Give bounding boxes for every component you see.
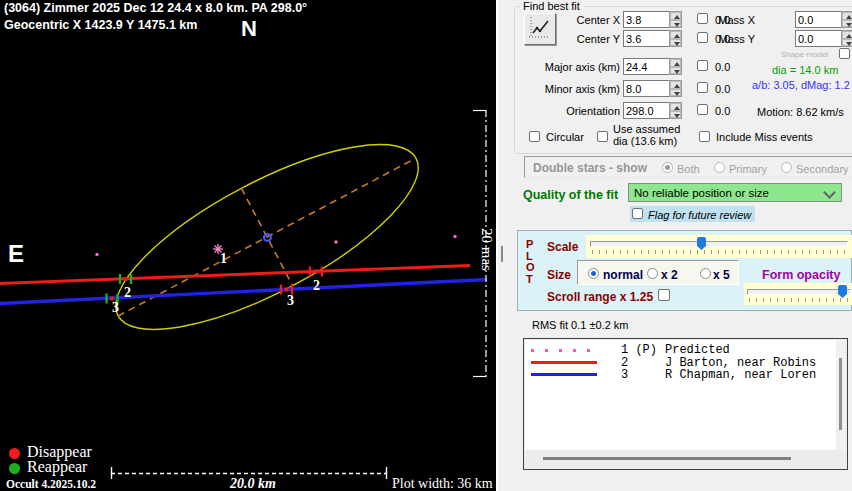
dia-text: dia = 14.0 km	[772, 64, 838, 76]
size-normal-radio[interactable]	[588, 268, 599, 279]
major-axis-sigma-checkbox[interactable]	[697, 60, 708, 71]
chord3-right-label: 3	[287, 293, 294, 308]
center-y-spinner[interactable]	[669, 30, 682, 47]
shape-model-checkbox[interactable]	[839, 48, 850, 59]
minor-axis-spinner[interactable]	[669, 80, 682, 97]
field-star-dot	[95, 253, 98, 256]
chord-list-hscrollbar[interactable]	[525, 450, 847, 468]
plot-title-line2: Geocentric X 1423.9 Y 1475.1 km	[4, 18, 197, 32]
chord1-name: Predicted	[665, 343, 730, 357]
chord3-name: R Chapman, near Loren	[665, 368, 816, 382]
chord1-num: 1 (P)	[621, 343, 657, 357]
double-stars-primary-label: Primary	[729, 163, 767, 175]
mass-y-input[interactable]	[795, 30, 842, 47]
center-x-input[interactable]	[623, 11, 670, 28]
double-stars-both-radio[interactable]	[662, 162, 673, 173]
orientation-input[interactable]	[623, 102, 670, 119]
plot-canvas: 1 2 2 3 3 20 mas N E	[0, 0, 496, 491]
double-stars-primary-radio[interactable]	[714, 162, 725, 173]
use-assumed-label: Use assumed dia (13.6 km)	[613, 124, 680, 147]
include-miss-label: Include Miss events	[716, 131, 813, 143]
center-x-spinner[interactable]	[669, 11, 682, 28]
scale-bar-label: 20.0 km	[230, 476, 276, 491]
minor-axis-input[interactable]	[623, 80, 670, 97]
minor-axis-sigma-checkbox[interactable]	[697, 82, 708, 93]
mass-x-spinner[interactable]	[841, 11, 852, 28]
chord-listbox[interactable]: 1 (P) Predicted 2 J Barton, near Robins …	[523, 338, 848, 470]
version-label: Occult 4.2025.10.2	[6, 478, 96, 490]
flag-review-label: Flag for future review	[648, 209, 751, 221]
scale-slider-track[interactable]	[586, 235, 852, 258]
major-axis-line	[118, 158, 416, 316]
minor-axis-sigma-value: 0.0	[715, 83, 730, 95]
double-stars-secondary-radio[interactable]	[781, 162, 792, 173]
fit-plot-button[interactable]	[524, 13, 556, 45]
center-y-label: Center Y	[560, 33, 620, 45]
north-label: N	[241, 16, 257, 41]
form-opacity-slider-track[interactable]	[744, 283, 852, 305]
ab-dmag-text: a/b: 3.05, dMag: 1.2	[752, 79, 850, 91]
chord2-swatch	[531, 361, 597, 364]
size-label: Size	[547, 268, 571, 282]
size-x2-label: x 2	[661, 268, 678, 282]
occultation-plot[interactable]: 1 2 2 3 3 20 mas N E (3064) Zimmer 2025 …	[0, 0, 498, 491]
plot-panel-letters: P L O T	[526, 239, 535, 285]
mas-scale-label: 20 mas	[479, 228, 495, 271]
circular-checkbox[interactable]	[529, 131, 540, 142]
chord3-swatch	[531, 373, 597, 376]
size-x5-label: x 5	[713, 268, 730, 282]
disappear-legend-dot	[9, 448, 20, 459]
scale-slider-label: Scale	[547, 240, 578, 254]
chord-2-line	[0, 266, 470, 284]
hscrollbar-thumb[interactable]	[543, 457, 791, 460]
minor-axis-label: Minor axis (km)	[540, 83, 620, 95]
chord-3-line	[0, 280, 487, 304]
center-x-sigma-checkbox[interactable]	[697, 13, 708, 24]
chord-list-area: 1 (P) Predicted 2 J Barton, near Robins …	[525, 340, 837, 450]
major-axis-spinner[interactable]	[669, 58, 682, 75]
mass-y-spinner[interactable]	[841, 30, 852, 47]
double-stars-label: Double stars - show	[533, 161, 647, 175]
scale-slider-thumb[interactable]	[697, 237, 706, 250]
quality-dropdown[interactable]: No reliable position or size	[628, 183, 842, 202]
splitter-handle[interactable]	[501, 246, 503, 262]
chord3-num: 3	[621, 368, 628, 382]
find-best-fit-label: Find best fit	[520, 0, 583, 12]
east-label: E	[8, 240, 24, 267]
motion-text: Motion: 8.62 km/s	[757, 106, 844, 118]
field-star-dot	[334, 240, 337, 243]
occult-fit-window: 1 2 2 3 3 20 mas N E (3064) Zimmer 2025 …	[0, 0, 852, 491]
use-assumed-checkbox[interactable]	[597, 131, 608, 142]
chord1-swatch	[531, 349, 597, 352]
quality-label: Quality of the fit	[523, 188, 618, 202]
center-y-sigma-checkbox[interactable]	[697, 32, 708, 43]
form-opacity-slider-thumb[interactable]	[838, 285, 847, 298]
plot-title-line1: (3064) Zimmer 2025 Dec 12 24.4 x 8.0 km.…	[4, 1, 307, 15]
plot-width-label: Plot width: 36 km	[392, 476, 493, 491]
circular-label: Circular	[546, 131, 584, 143]
include-miss-checkbox[interactable]	[699, 131, 710, 142]
flag-review-checkbox[interactable]	[632, 208, 643, 219]
scroll-range-label: Scroll range x 1.25	[547, 290, 653, 304]
orientation-label: Orientation	[540, 105, 620, 117]
orientation-sigma-checkbox[interactable]	[697, 104, 708, 115]
double-stars-both-label: Both	[677, 163, 700, 175]
vscrollbar-thumb[interactable]	[839, 358, 842, 430]
mass-x-input[interactable]	[795, 11, 842, 28]
size-x5-radio[interactable]	[700, 268, 711, 279]
major-axis-input[interactable]	[623, 58, 670, 75]
size-x2-radio[interactable]	[647, 268, 658, 279]
orientation-sigma-value: 0.0	[715, 105, 730, 117]
quality-value: No reliable position or size	[634, 187, 769, 199]
chevron-down-icon	[823, 186, 836, 199]
mass-y-label: Mass Y	[717, 33, 755, 45]
shape-model-label: Shape model	[781, 50, 828, 59]
scroll-range-checkbox[interactable]	[658, 289, 670, 301]
major-axis-sigma-value: 0.0	[715, 61, 730, 73]
chord-list-vscrollbar[interactable]	[836, 340, 846, 450]
size-normal-label: normal	[603, 268, 643, 282]
reappear-legend-dot	[9, 463, 20, 474]
center-x-label: Center X	[560, 14, 620, 26]
orientation-spinner[interactable]	[669, 102, 682, 119]
center-y-input[interactable]	[623, 30, 670, 47]
